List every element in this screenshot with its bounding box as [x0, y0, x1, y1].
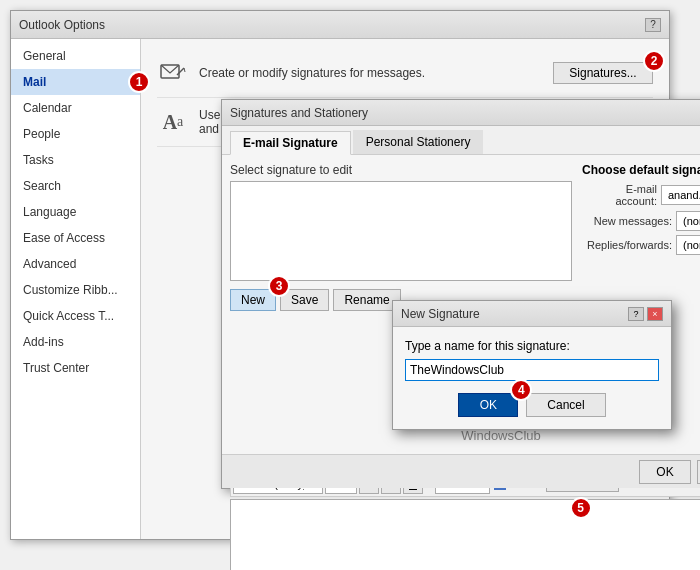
- tab-email-signature[interactable]: E-mail Signature: [230, 131, 351, 155]
- main-title-bar: Outlook Options ?: [11, 11, 669, 39]
- new-sig-ok-container: OK 4: [458, 393, 518, 417]
- new-sig-close-btn[interactable]: ×: [647, 307, 663, 321]
- badge-2: 2: [643, 50, 665, 72]
- sidebar-item-general[interactable]: General: [11, 43, 140, 69]
- sidebar: General Mail 1 Calendar People Tasks Sea…: [11, 39, 141, 539]
- new-sig-label: Type a name for this signature:: [405, 339, 659, 353]
- sidebar-item-easeofaccess[interactable]: Ease of Access: [11, 225, 140, 251]
- outlook-options-window: Outlook Options ? General Mail 1 Calenda…: [10, 10, 670, 540]
- sidebar-item-calendar[interactable]: Calendar: [11, 95, 140, 121]
- new-sig-input[interactable]: [405, 359, 659, 381]
- sig-dialog-ok-button[interactable]: OK: [639, 460, 690, 484]
- main-title-controls: ?: [645, 18, 661, 32]
- new-signature-dialog: New Signature ? × Type a name for this s…: [392, 300, 672, 430]
- main-help-btn[interactable]: ?: [645, 18, 661, 32]
- new-sig-cancel-button[interactable]: Cancel: [526, 393, 605, 417]
- sidebar-item-language[interactable]: Language: [11, 199, 140, 225]
- sidebar-mail-container: Mail 1: [11, 69, 140, 95]
- sig-dialog-title-bar: Signatures and Stationery ? ×: [222, 100, 700, 126]
- svg-line-2: [184, 68, 185, 72]
- signatures-row: Create or modify signatures for messages…: [157, 49, 653, 98]
- new-btn-container: New 3: [230, 289, 276, 311]
- badge-3: 3: [268, 275, 290, 297]
- main-window-body: General Mail 1 Calendar People Tasks Sea…: [11, 39, 669, 539]
- sig-replies-label: Replies/forwards:: [582, 239, 672, 251]
- signatures-btn-container: Signatures... 2: [553, 62, 653, 84]
- sig-select-label: Select signature to edit: [230, 163, 572, 177]
- sig-email-account-row: E-mail account: anand...........com: [582, 183, 700, 207]
- new-sig-controls: ? ×: [628, 307, 663, 321]
- sidebar-item-customizeribbon[interactable]: Customize Ribb...: [11, 277, 140, 303]
- sig-new-messages-row: New messages: (none): [582, 211, 700, 231]
- sig-dialog-cancel-button[interactable]: Cancel: [697, 460, 700, 484]
- signatures-description: Create or modify signatures for messages…: [199, 66, 543, 80]
- sidebar-item-people[interactable]: People: [11, 121, 140, 147]
- sig-replies-row: Replies/forwards: (none): [582, 235, 700, 255]
- edit-area[interactable]: [230, 499, 700, 570]
- new-sig-ok-button[interactable]: OK: [458, 393, 518, 417]
- sidebar-item-tasks[interactable]: Tasks: [11, 147, 140, 173]
- sidebar-item-search[interactable]: Search: [11, 173, 140, 199]
- new-sig-title-bar: New Signature ? ×: [393, 301, 671, 327]
- signatures-stationery-dialog: Signatures and Stationery ? × E-mail Sig…: [221, 99, 700, 489]
- signatures-icon: [157, 57, 189, 89]
- sig-new-messages-select[interactable]: (none): [676, 211, 700, 231]
- sig-email-account-label: E-mail account:: [582, 183, 657, 207]
- content-area: Create or modify signatures for messages…: [141, 39, 669, 539]
- sig-tabs: E-mail Signature Personal Stationery: [222, 126, 700, 155]
- sig-rename-button[interactable]: Rename: [333, 289, 400, 311]
- new-sig-dialog-title: New Signature: [401, 307, 480, 321]
- sig-replies-select[interactable]: (none): [676, 235, 700, 255]
- new-sig-help-btn[interactable]: ?: [628, 307, 644, 321]
- badge-5: 5: [570, 497, 592, 519]
- sidebar-item-addins[interactable]: Add-ins: [11, 329, 140, 355]
- stationery-icon: Aa: [157, 106, 189, 138]
- svg-line-1: [177, 68, 184, 75]
- sig-dialog-bottom-bar: OK Cancel: [222, 454, 700, 488]
- main-window-title: Outlook Options: [19, 18, 105, 32]
- sidebar-item-mail[interactable]: Mail: [11, 69, 140, 95]
- new-sig-buttons: OK 4 Cancel: [405, 393, 659, 417]
- sidebar-item-quickaccess[interactable]: Quick Access T...: [11, 303, 140, 329]
- new-sig-body: Type a name for this signature: OK 4 Can…: [393, 327, 671, 429]
- signatures-button[interactable]: Signatures...: [553, 62, 653, 84]
- sig-choose-default-label: Choose default signature: [582, 163, 700, 177]
- sig-new-messages-label: New messages:: [582, 215, 672, 227]
- sidebar-item-advanced[interactable]: Advanced: [11, 251, 140, 277]
- sidebar-item-trustcenter[interactable]: Trust Center: [11, 355, 140, 381]
- sig-dialog-title: Signatures and Stationery: [230, 106, 368, 120]
- sig-list[interactable]: [230, 181, 572, 281]
- sig-email-account-select[interactable]: anand...........com: [661, 185, 700, 205]
- badge-1: 1: [128, 71, 150, 93]
- tab-personal-stationery[interactable]: Personal Stationery: [353, 130, 484, 154]
